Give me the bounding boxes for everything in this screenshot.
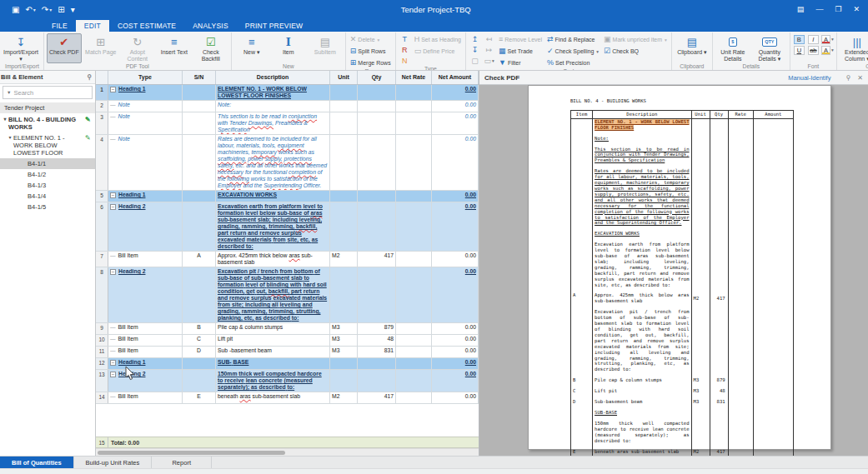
promote-level-button[interactable]: ↤	[483, 34, 495, 44]
grid-row-11[interactable]: 11—Bill ItemDSub -basement beamM38310.00	[96, 347, 479, 358]
adopt-content-button[interactable]: ↻Adopt Content	[120, 33, 155, 63]
column-header-net-amount[interactable]: Net Amount	[432, 71, 479, 84]
font-color-button[interactable]: A▾	[821, 34, 834, 44]
unit-rate-details-button[interactable]: $Unit Rate Details	[715, 33, 750, 63]
delete-button[interactable]: ✕Delete▾	[349, 34, 393, 45]
set-trade-button[interactable]: ▦Set Trade	[497, 46, 544, 57]
close-icon[interactable]: ✕	[853, 5, 860, 13]
collapse-icon[interactable]: −	[110, 360, 116, 366]
chevron-down-icon[interactable]: ▾	[2, 116, 8, 123]
check-pdf-button[interactable]: ✔Check PDF	[47, 33, 82, 63]
subitem-button[interactable]: ▤SubItem	[308, 33, 343, 63]
column-header-s-n[interactable]: S/N	[183, 71, 216, 84]
grid-row-2[interactable]: 2—NoteNote:0.00	[96, 101, 479, 112]
manual-identify-link[interactable]: Manual-Identify	[788, 74, 830, 82]
item-button[interactable]: IItem	[271, 33, 306, 63]
set-type-n-button[interactable]: N	[399, 56, 411, 66]
redo-icon[interactable]: ↷▾	[42, 5, 52, 14]
find-replace-button[interactable]: ⇄Find & Replace	[545, 34, 600, 45]
grid-row-9[interactable]: 9—Bill ItemBPile cap & column stumpsM387…	[96, 323, 479, 335]
strikethrough-button[interactable]: ab	[807, 45, 820, 55]
tree-item-bill-no-4-building-works[interactable]: ▾BILL NO. 4 - BUILDING WORKS✎	[0, 114, 95, 132]
grid-row-5[interactable]: 5−Heading 1EXCAVATION WORKS0.00	[96, 191, 479, 202]
tree-item-element-no-1-work-below-lowest-floor[interactable]: ▾ELEMENT NO. 1 - WORK BELOW LOWEST FLOOR…	[0, 132, 95, 158]
maximize-icon[interactable]: ❐	[835, 5, 841, 13]
grid-row-14[interactable]: 14—Bill ItemEbeneath aras sub-basement s…	[96, 392, 479, 404]
grid-row-10[interactable]: 10—Bill ItemCLift pitM3480.00	[96, 335, 479, 347]
tree-item-b4-1-3[interactable]: B4-1/3	[0, 180, 95, 191]
grid-row-8[interactable]: 8−Heading 2Excavation pit / trench from …	[96, 267, 479, 323]
column-header-qty[interactable]: Qty	[358, 71, 396, 84]
grid-row-12[interactable]: 12−Heading 1SUB- BASE0.00	[96, 358, 479, 370]
tree-item-tender-project[interactable]: Tender Project	[0, 102, 95, 113]
search-input[interactable]: ▼ Search	[3, 86, 93, 99]
remove-level-button[interactable]: ≡Remove Level	[497, 34, 544, 45]
mark-unpriced-item-button[interactable]: ▣Mark unpriced item▾	[602, 34, 669, 45]
bottom-tab-report[interactable]: Report	[152, 457, 212, 468]
match-page-button[interactable]: ⊞Match Page	[83, 33, 118, 63]
close-icon[interactable]: ✕	[857, 74, 863, 82]
layout-grid-icon[interactable]: ⊞	[58, 5, 64, 14]
horizontal-scrollbar[interactable]	[96, 448, 479, 456]
column-header-type[interactable]: Type	[108, 71, 183, 84]
tree-item-b4-1-5[interactable]: B4-1/5	[0, 202, 95, 212]
collapse-rows-button[interactable]: ▭▾	[483, 56, 495, 66]
feedback-icon[interactable]: ▤	[797, 5, 805, 13]
expand-rows-button[interactable]: ▢	[469, 56, 481, 66]
save-icon[interactable]: ▣	[12, 5, 19, 14]
highlight-color-button[interactable]: A▾	[821, 45, 834, 55]
collapse-icon[interactable]: −	[110, 372, 116, 377]
grid-row-7[interactable]: 7—Bill ItemAApprox. 425mm thick below ar…	[96, 252, 479, 267]
edit-pencil-icon[interactable]: ✎	[85, 134, 93, 142]
bottom-tab-bill-of-quantities[interactable]: Bill of Quantities	[0, 457, 74, 468]
import-export-button[interactable]: ↧Import/Export ▾	[3, 33, 38, 63]
collapse-icon[interactable]: −	[110, 192, 116, 198]
check-bq-button[interactable]: ☑Check BQ	[602, 46, 669, 57]
tab-edit[interactable]: EDIT	[76, 20, 109, 32]
collapse-icon[interactable]: −	[110, 204, 116, 210]
extended-column-button[interactable]: |||Extended Column ▾	[840, 33, 868, 63]
set-type-t-button[interactable]: T	[399, 34, 411, 44]
edit-pencil-icon[interactable]: ✎	[85, 116, 93, 123]
set-type-r-button[interactable]: R	[399, 45, 411, 55]
quantity-details-button[interactable]: QTYQuantity Details ▾	[752, 33, 787, 63]
filter-button[interactable]: ▼Filter	[497, 57, 544, 68]
tree-item-b4-1-2[interactable]: B4-1/2	[0, 169, 95, 180]
set-as-heading-button[interactable]: HSet as Heading	[413, 34, 463, 45]
grid-row-4[interactable]: 4—NoteRates are deemed to be included fo…	[96, 135, 479, 191]
tab-file[interactable]: FILE	[43, 20, 76, 32]
clipboard-button[interactable]: ▤Clipboard ▾	[675, 33, 710, 63]
tree-item-b4-1-1[interactable]: B4-1/1	[0, 158, 95, 169]
bold-button[interactable]: B	[793, 34, 805, 44]
pin-icon[interactable]: ⚲	[87, 73, 92, 81]
grid-row-3[interactable]: 3—NoteThis section is to be read in conj…	[96, 112, 479, 135]
insert-text-button[interactable]: ≡Insert Text	[157, 33, 192, 63]
italic-button[interactable]: I	[807, 34, 820, 44]
collapse-icon[interactable]: −	[110, 269, 116, 275]
column-header-row-number[interactable]	[96, 71, 108, 84]
undo-icon[interactable]: ↶▾	[25, 5, 35, 14]
pdf-page[interactable]: BILL NO. 4 - BUILDING WORKSItemDescripti…	[528, 85, 831, 450]
set-precision-button[interactable]: %Set Precision	[545, 57, 600, 68]
pin-icon[interactable]: ⚲	[845, 74, 850, 82]
demote-level-button[interactable]: ↦	[483, 45, 495, 55]
tab-analysis[interactable]: ANALYSIS	[184, 20, 237, 32]
define-price-button[interactable]: ▭Define Price	[413, 46, 463, 57]
check-backfill-button[interactable]: ☑Check Backfill	[193, 33, 228, 63]
bottom-tab-build-up-unit-rates[interactable]: Build-up Unit Rates	[74, 457, 153, 468]
split-rows-button[interactable]: ⊟Split Rows	[349, 46, 393, 57]
chevron-down-icon[interactable]: ▾	[7, 134, 13, 142]
collapse-icon[interactable]: −	[110, 87, 116, 92]
scrollbar-thumb[interactable]	[98, 451, 285, 455]
tab-print-preview[interactable]: PRINT PREVIEW	[237, 20, 312, 32]
merge-rows-button[interactable]: ⊞Merge Rows	[349, 57, 393, 68]
column-header-unit[interactable]: Unit	[330, 71, 358, 84]
check-spelling-button[interactable]: ✓Check Spelling▾	[545, 46, 600, 57]
grid-row-13[interactable]: 13−Heading 2150mm thick well compacted h…	[96, 370, 479, 392]
column-header-net-rate[interactable]: Net Rate	[396, 71, 432, 84]
move-to-top-button[interactable]: ↥	[469, 34, 481, 44]
new-button[interactable]: ≡New ▾	[234, 33, 269, 63]
underline-button[interactable]: U	[793, 45, 805, 55]
move-to-bottom-button[interactable]: ↧	[469, 45, 481, 55]
tree-item-b4-1-4[interactable]: B4-1/4	[0, 191, 95, 202]
